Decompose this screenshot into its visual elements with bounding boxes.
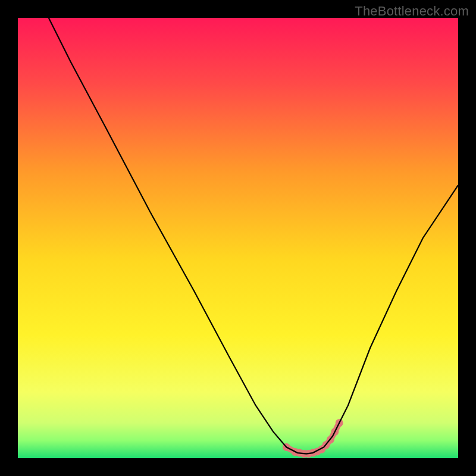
chart-container: TheBottleneck.com <box>0 0 476 476</box>
watermark-text: TheBottleneck.com <box>355 4 469 19</box>
bottleneck-chart <box>18 18 458 458</box>
plot-area <box>18 18 458 458</box>
gradient-background <box>18 18 458 458</box>
